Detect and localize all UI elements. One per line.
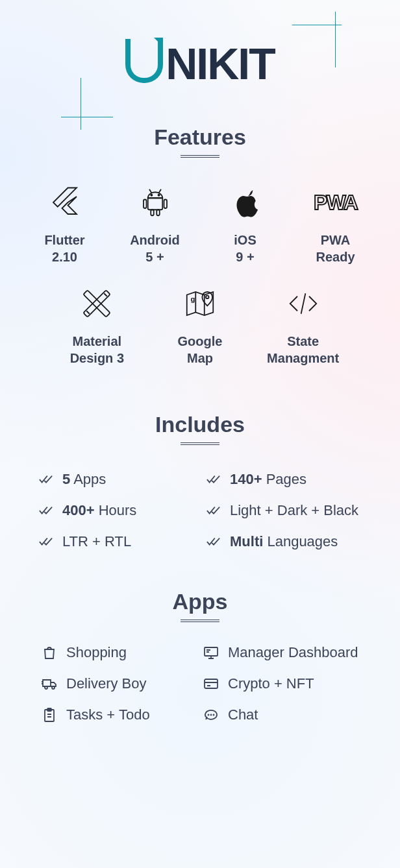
feature-material-design: Material Design 3 [45, 285, 149, 367]
svg-rect-7 [156, 210, 160, 215]
include-themes: Light + Dark + Black [206, 502, 361, 519]
apps-heading: Apps [0, 589, 400, 614]
features-heading-rule [181, 155, 219, 158]
svg-point-10 [206, 296, 209, 299]
apps-heading-rule [181, 620, 219, 622]
feature-android: Android 5 + [110, 184, 200, 265]
app-crypto-nft: Crypto + NFT [203, 675, 358, 692]
svg-point-20 [214, 715, 214, 716]
svg-line-1 [158, 189, 160, 193]
svg-text:g: g [190, 295, 195, 303]
apps-list: Shopping Manager Dashboard Delivery Boy … [0, 642, 400, 749]
logo-u-mark-icon [125, 39, 163, 83]
feature-label: Android 5 + [130, 232, 180, 265]
apple-icon [228, 184, 263, 221]
double-check-icon [206, 536, 221, 547]
svg-point-18 [208, 715, 209, 716]
feature-ios: iOS 9 + [200, 184, 290, 265]
logo-brand-text: NIKIT [166, 42, 275, 86]
double-check-icon [39, 536, 53, 547]
app-manager-dashboard: Manager Dashboard [203, 644, 358, 661]
truck-icon [42, 676, 57, 692]
double-check-icon [39, 474, 53, 485]
feature-state-management: State Managment [251, 285, 355, 367]
pwa-icon: PWA [314, 184, 357, 221]
include-apps: 5 Apps [39, 471, 194, 488]
svg-point-19 [211, 715, 212, 716]
double-check-icon [206, 474, 221, 485]
shopping-bag-icon [42, 645, 57, 660]
include-languages: Multi Languages [206, 533, 361, 550]
card-icon [203, 676, 219, 692]
code-icon [286, 285, 321, 322]
svg-line-0 [149, 189, 151, 193]
includes-list: 5 Apps 140+ Pages 400+ Hours Light + Dar… [0, 464, 400, 557]
app-shopping: Shopping [42, 644, 197, 661]
features-row-1: Flutter 2.10 Android 5 + [0, 177, 400, 265]
svg-point-14 [52, 686, 55, 689]
double-check-icon [206, 505, 221, 516]
flutter-icon [47, 184, 82, 221]
svg-rect-15 [205, 679, 218, 688]
svg-point-2 [151, 195, 152, 196]
svg-rect-8 [84, 290, 110, 317]
map-pin-icon: g [182, 285, 218, 322]
app-delivery-boy: Delivery Boy [42, 675, 197, 692]
include-hours: 400+ Hours [39, 502, 194, 519]
feature-flutter: Flutter 2.10 [19, 184, 110, 265]
app-tasks-todo: Tasks + Todo [42, 706, 197, 723]
feature-label: State Managment [267, 333, 339, 367]
features-heading: Features [0, 125, 400, 150]
feature-label: Material Design 3 [70, 333, 124, 367]
svg-rect-6 [151, 210, 154, 215]
feature-label: Google Map [178, 333, 223, 367]
svg-rect-4 [144, 200, 147, 209]
svg-rect-5 [164, 200, 167, 209]
includes-heading-rule [181, 442, 219, 445]
feature-label: PWA Ready [316, 232, 355, 265]
features-row-2: Material Design 3 g Google Map State [0, 265, 400, 367]
logo-area: NIKIT [0, 0, 400, 99]
svg-point-13 [45, 686, 47, 689]
brand-logo: NIKIT [0, 39, 400, 86]
double-check-icon [39, 505, 53, 516]
feature-google-map: g Google Map [149, 285, 252, 367]
chat-icon [203, 707, 219, 723]
include-direction: LTR + RTL [39, 533, 194, 550]
android-icon [138, 184, 173, 221]
monitor-icon [203, 645, 219, 660]
feature-label: iOS 9 + [234, 232, 256, 265]
include-pages: 140+ Pages [206, 471, 361, 488]
clipboard-icon [42, 707, 57, 723]
svg-point-3 [158, 195, 159, 196]
includes-heading: Includes [0, 412, 400, 437]
pencil-ruler-icon [79, 285, 114, 322]
feature-label: Flutter 2.10 [44, 232, 84, 265]
svg-rect-9 [84, 290, 110, 317]
app-chat: Chat [203, 706, 358, 723]
feature-pwa: PWA PWA Ready [290, 184, 381, 265]
